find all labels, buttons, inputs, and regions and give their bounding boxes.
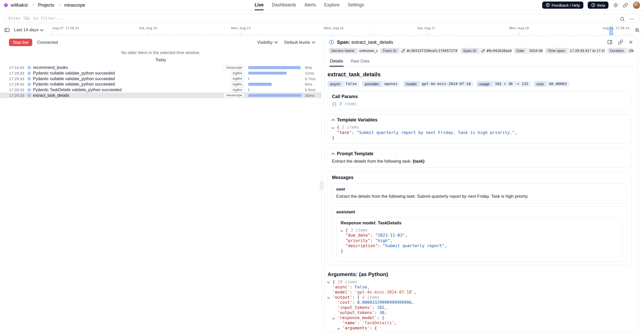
copy-link-button[interactable] xyxy=(618,39,623,45)
attr-label: provider xyxy=(362,81,381,87)
nav-item-dashboards[interactable]: Dashboards xyxy=(272,0,296,10)
tree-expander-icon[interactable] xyxy=(328,279,332,285)
detail-tabs: DetailsRaw Data xyxy=(325,57,638,66)
visibility-label: Visibility xyxy=(257,40,273,45)
meta-label: Date xyxy=(514,48,527,54)
code-line: } xyxy=(332,135,627,140)
ellipsis-icon xyxy=(629,16,635,22)
tab-details[interactable]: Details xyxy=(330,57,344,66)
theme-toggle-button[interactable] xyxy=(613,3,618,8)
code-line: 'output_tokens': 30, xyxy=(328,310,631,315)
nav-item-alerts[interactable]: Alerts xyxy=(304,0,316,10)
span-title-prefix: Span: xyxy=(337,39,350,45)
trace-row[interactable]: 17:29:33Pydantic TaskDetails validate_py… xyxy=(0,87,321,93)
breadcrumb-item[interactable]: mirascope xyxy=(64,3,85,8)
chevron-down-icon xyxy=(312,40,315,44)
trace-tag: logfire xyxy=(230,87,245,92)
user-avatar[interactable] xyxy=(633,1,640,9)
trace-bar-track xyxy=(248,88,302,91)
link-icon xyxy=(401,49,405,53)
prompt-template-text: Extract the details from the following t… xyxy=(332,159,627,164)
chevron-up-icon xyxy=(331,119,335,122)
dock-panel-button[interactable] xyxy=(607,39,613,45)
code-line: 'output': { 4 items xyxy=(328,295,631,300)
tab-raw-data[interactable]: Raw Data xyxy=(350,57,370,66)
span-diamond-icon xyxy=(27,66,31,69)
meta-value[interactable]: #c3b5157330ea5c1fd4572747af512d26 xyxy=(399,48,458,54)
span-detail-header: Span: extract_task_details xyxy=(325,37,638,47)
main-nav: LiveDashboardsAlertsExploreSettings xyxy=(255,0,364,10)
code-line: 'response_model': { xyxy=(328,315,631,320)
info-circle-icon xyxy=(591,3,596,7)
close-panel-button[interactable] xyxy=(628,40,633,45)
breadcrumb-item[interactable]: Projects xyxy=(38,3,54,8)
sun-icon xyxy=(613,3,618,8)
trace-rows: 17:14:43recommend_booksmirascope9ms17:29… xyxy=(0,65,321,98)
trace-row[interactable]: 17:29:33Pydantic nullable validate_pytho… xyxy=(0,76,321,81)
trace-row[interactable]: 17:14:43recommend_booksmirascope9ms xyxy=(0,65,321,70)
meta-chip-time-span: Time span17:29:33.917 to 17:29:33.946 xyxy=(545,48,605,54)
trace-name: Pydantic nullable validate_python succee… xyxy=(33,76,227,81)
trace-row[interactable]: 17:29:33extract_task_detailsmirascope30m… xyxy=(0,92,321,98)
tree-expander-icon[interactable] xyxy=(337,326,342,331)
tree-expander-icon[interactable] xyxy=(332,125,337,130)
chevron-down-icon xyxy=(340,229,343,232)
attr-chip-provider: provideropenai xyxy=(362,81,400,87)
trace-list-controls: Stop live Connected Visibility Default l… xyxy=(0,35,321,48)
code-line: { 3 items xyxy=(341,228,618,233)
timeline-tick: Aug 21, 17:26:14 xyxy=(629,25,638,35)
link-icon xyxy=(623,3,628,8)
link-icon xyxy=(401,49,405,53)
prompt-template-title: Prompt Template xyxy=(337,151,374,156)
search-button[interactable] xyxy=(620,16,625,22)
prompt-template-section: Prompt Template Extract the details from… xyxy=(328,148,631,168)
detail-content[interactable]: extract_task_details asyncfalseprovidero… xyxy=(325,66,638,331)
trace-duration-bar xyxy=(248,66,300,69)
trace-timestamp: 17:29:33 xyxy=(9,93,25,98)
nav-item-live[interactable]: Live xyxy=(255,0,264,10)
attr-chip-async: asyncfalse xyxy=(328,81,359,87)
visibility-dropdown[interactable]: Visibility xyxy=(257,40,277,45)
message-text: Extract the details from the following t… xyxy=(336,194,623,199)
time-range-selector[interactable]: Last 14 days xyxy=(13,27,44,33)
meta-chip-span-id: Span ID#9c942620aa93dbb4 xyxy=(461,48,511,54)
code-line: 'async': False, xyxy=(328,285,631,290)
nav-item-explore[interactable]: Explore xyxy=(324,0,340,10)
tree-expander-icon[interactable] xyxy=(341,228,345,233)
trace-tag: logfire xyxy=(230,71,245,76)
tree-expander-icon[interactable] xyxy=(328,295,332,300)
chevron-down-icon xyxy=(337,327,340,330)
trace-duration-bar xyxy=(248,88,249,91)
chevron-down-icon xyxy=(332,317,335,320)
nav-item-settings[interactable]: Settings xyxy=(348,0,364,10)
default-levels-label: Default levels xyxy=(284,40,310,45)
message-role: user xyxy=(336,187,623,192)
sql-filter-input[interactable] xyxy=(5,14,639,23)
trace-row[interactable]: 17:29:33Pydantic nullable validate_pytho… xyxy=(0,70,321,76)
app-root: willbakstProjectsmirascope LiveDashboard… xyxy=(0,0,644,335)
tree-expander-icon[interactable] xyxy=(332,315,337,320)
meta-value[interactable]: #9c942620aa93dbb4 xyxy=(479,48,511,54)
timeline-ruler[interactable]: Aug 07, 17:26:14Sat, Aug 10Mon, Aug 12We… xyxy=(50,25,629,35)
panel-resize-handle[interactable] xyxy=(320,181,324,190)
top-nav: willbakstProjectsmirascope LiveDashboard… xyxy=(0,0,644,11)
attr-label: cost xyxy=(534,81,546,87)
collapse-button[interactable] xyxy=(332,118,334,122)
beta-badge[interactable]: Beta xyxy=(588,2,608,8)
feedback-help-button[interactable]: Feedback / Help xyxy=(542,2,583,8)
share-link-button[interactable] xyxy=(623,3,628,8)
stop-live-button[interactable]: Stop live xyxy=(9,39,32,46)
template-variables-code: { 1 items "task": "Submit quarterly repo… xyxy=(332,125,627,140)
trace-bar-track xyxy=(248,77,302,80)
timeline-selection[interactable] xyxy=(609,27,613,35)
trace-row[interactable]: 17:29:33Pydantic nullable validate_pytho… xyxy=(0,81,321,87)
breadcrumb-item[interactable]: willbakst xyxy=(11,3,28,8)
trace-list-panel: Stop live Connected Visibility Default l… xyxy=(0,35,322,335)
timeline-tick-label: Sat, Aug 10 xyxy=(139,26,157,30)
more-options-button[interactable] xyxy=(629,16,635,22)
message-role: assistant xyxy=(336,210,623,215)
default-levels-dropdown[interactable]: Default levels xyxy=(284,40,315,45)
span-diamond-icon xyxy=(27,77,31,80)
collapse-button[interactable] xyxy=(332,152,334,156)
sidebar-toggle-button[interactable] xyxy=(4,27,10,33)
